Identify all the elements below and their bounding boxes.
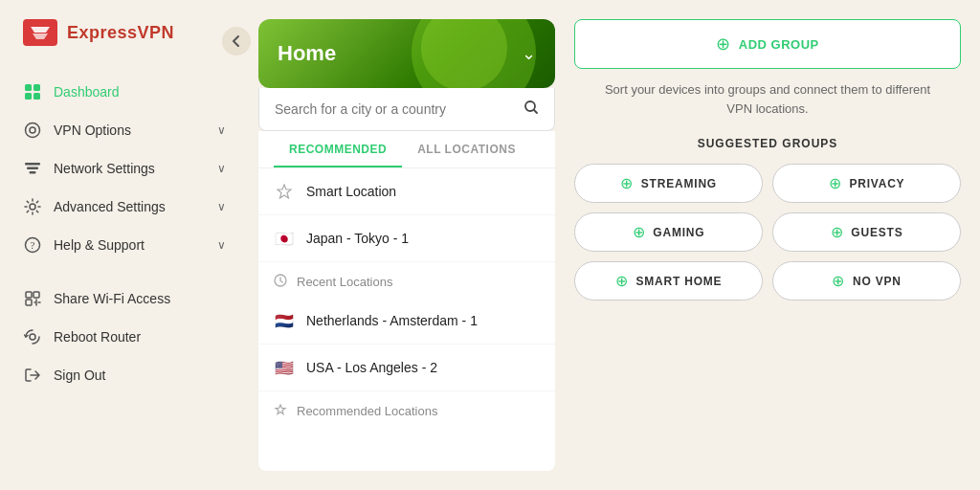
group-smart-home-button[interactable]: ⊕ SMART HOME xyxy=(574,261,763,301)
right-panel: ⊕ ADD GROUP Sort your devices into group… xyxy=(555,19,961,471)
svg-rect-2 xyxy=(33,84,40,91)
home-card-chevron-icon: ⌄ xyxy=(522,43,536,64)
streaming-plus-icon: ⊕ xyxy=(620,174,634,192)
usa-flag-icon: 🇺🇸 xyxy=(274,357,295,378)
vpn-options-chevron-icon: ∨ xyxy=(217,123,226,137)
sidebar-item-reboot-router-label: Reboot Router xyxy=(54,329,141,345)
group-guests-button[interactable]: ⊕ GUESTS xyxy=(772,212,961,252)
app-logo-text: ExpressVPN xyxy=(67,23,174,43)
tabs-bar: RECOMMENDED ALL LOCATIONS xyxy=(258,131,555,168)
svg-rect-8 xyxy=(27,167,38,170)
svg-text:?: ? xyxy=(31,239,35,251)
sidebar: ExpressVPN Dashboard VPN xyxy=(0,0,249,490)
search-area xyxy=(258,88,555,131)
recommended-locations-label: Recommended Locations xyxy=(297,404,437,418)
usa-los-angeles-item[interactable]: 🇺🇸 USA - Los Angeles - 2 xyxy=(258,345,555,391)
svg-rect-14 xyxy=(33,292,39,298)
home-card-title: Home xyxy=(278,41,336,66)
sidebar-item-share-wifi[interactable]: Share Wi-Fi Access xyxy=(0,279,249,318)
guests-plus-icon: ⊕ xyxy=(831,223,844,241)
search-input[interactable] xyxy=(275,101,516,117)
sidebar-item-dashboard[interactable]: Dashboard xyxy=(0,73,249,111)
sidebar-item-advanced-settings-label: Advanced Settings xyxy=(54,199,166,214)
tab-recommended[interactable]: RECOMMENDED xyxy=(274,131,402,167)
recent-locations-label: Recent Locations xyxy=(297,275,392,289)
search-icon[interactable] xyxy=(523,100,539,119)
sidebar-item-network-settings-label: Network Settings xyxy=(54,161,155,176)
group-streaming-button[interactable]: ⊕ STREAMING xyxy=(574,164,763,203)
vpn-options-icon xyxy=(23,121,42,140)
recommended-locations-icon xyxy=(274,403,287,419)
recent-locations-icon xyxy=(274,274,287,290)
sidebar-item-sign-out[interactable]: Sign Out xyxy=(0,356,249,394)
svg-rect-7 xyxy=(25,163,40,166)
add-group-button[interactable]: ⊕ ADD GROUP xyxy=(574,19,961,69)
svg-rect-9 xyxy=(30,171,36,174)
gaming-plus-icon: ⊕ xyxy=(633,223,646,241)
main-content: Home ⌄ RECOMMENDED ALL LOCATIONS xyxy=(249,0,980,490)
help-support-icon: ? xyxy=(23,235,42,255)
suggested-groups-grid: ⊕ STREAMING ⊕ PRIVACY ⊕ GAMING ⊕ GUESTS … xyxy=(574,164,961,301)
sidebar-item-share-wifi-label: Share Wi-Fi Access xyxy=(54,291,170,306)
smart-home-label: SMART HOME xyxy=(635,275,722,288)
smart-location-icon xyxy=(274,181,295,202)
netherlands-amsterdam-label: Netherlands - Amsterdam - 1 xyxy=(306,313,478,328)
reboot-router-icon xyxy=(23,327,42,346)
nav-section: Dashboard VPN Options ∨ Network xyxy=(0,73,249,471)
group-gaming-button[interactable]: ⊕ GAMING xyxy=(574,212,763,252)
logo-area: ExpressVPN xyxy=(0,19,249,73)
smart-home-plus-icon: ⊕ xyxy=(615,272,629,290)
svg-rect-3 xyxy=(25,93,32,100)
dashboard-icon xyxy=(23,82,42,101)
sidebar-item-reboot-router[interactable]: Reboot Router xyxy=(0,318,249,356)
recent-locations-header: Recent Locations xyxy=(258,262,555,298)
sidebar-item-help-support-label: Help & Support xyxy=(54,237,145,253)
privacy-plus-icon: ⊕ xyxy=(829,174,842,192)
tab-all-locations[interactable]: ALL LOCATIONS xyxy=(402,131,531,167)
groups-description: Sort your devices into groups and connec… xyxy=(574,80,961,118)
streaming-label: STREAMING xyxy=(641,177,717,190)
svg-rect-4 xyxy=(33,93,40,100)
japan-tokyo-item[interactable]: 🇯🇵 Japan - Tokyo - 1 xyxy=(258,215,555,262)
home-card[interactable]: Home ⌄ xyxy=(258,19,555,88)
group-privacy-button[interactable]: ⊕ PRIVACY xyxy=(772,164,961,203)
netherlands-flag-icon: 🇳🇱 xyxy=(274,310,295,331)
privacy-label: PRIVACY xyxy=(849,177,904,190)
locations-list: Smart Location 🇯🇵 Japan - Tokyo - 1 Rece… xyxy=(258,168,555,471)
smart-location-item[interactable]: Smart Location xyxy=(258,168,555,215)
sidebar-item-dashboard-label: Dashboard xyxy=(54,84,120,100)
back-button[interactable] xyxy=(222,27,251,56)
expressvpn-logo-icon xyxy=(23,19,57,46)
sign-out-icon xyxy=(23,366,42,385)
network-settings-icon xyxy=(23,159,42,178)
nav-divider xyxy=(0,264,249,279)
sidebar-item-help-support[interactable]: ? Help & Support ∨ xyxy=(0,226,249,264)
center-panel: Home ⌄ RECOMMENDED ALL LOCATIONS xyxy=(258,19,555,471)
sidebar-item-advanced-settings[interactable]: Advanced Settings ∨ xyxy=(0,188,249,226)
add-group-label: ADD GROUP xyxy=(739,37,819,52)
sidebar-item-network-settings[interactable]: Network Settings ∨ xyxy=(0,149,249,188)
group-no-vpn-button[interactable]: ⊕ NO VPN xyxy=(772,261,961,301)
svg-point-6 xyxy=(30,127,35,133)
svg-rect-15 xyxy=(26,300,32,305)
no-vpn-label: NO VPN xyxy=(853,275,902,288)
sidebar-item-vpn-options[interactable]: VPN Options ∨ xyxy=(0,111,249,149)
japan-flag-icon: 🇯🇵 xyxy=(274,228,295,249)
svg-rect-13 xyxy=(26,292,32,298)
suggested-groups-title: SUGGESTED GROUPS xyxy=(574,137,961,150)
svg-point-5 xyxy=(26,123,40,138)
netherlands-amsterdam-item[interactable]: 🇳🇱 Netherlands - Amsterdam - 1 xyxy=(258,298,555,345)
japan-tokyo-label: Japan - Tokyo - 1 xyxy=(306,231,409,246)
no-vpn-plus-icon: ⊕ xyxy=(832,272,845,290)
help-support-chevron-icon: ∨ xyxy=(217,238,226,252)
sidebar-item-sign-out-label: Sign Out xyxy=(54,368,105,383)
smart-location-label: Smart Location xyxy=(306,184,396,199)
recommended-locations-header: Recommended Locations xyxy=(258,391,555,427)
add-group-plus-icon: ⊕ xyxy=(716,33,731,55)
svg-point-10 xyxy=(30,204,35,210)
svg-rect-1 xyxy=(25,84,32,91)
svg-point-16 xyxy=(30,334,35,340)
gaming-label: GAMING xyxy=(653,226,704,239)
guests-label: GUESTS xyxy=(851,226,902,239)
sidebar-item-vpn-options-label: VPN Options xyxy=(54,122,131,138)
